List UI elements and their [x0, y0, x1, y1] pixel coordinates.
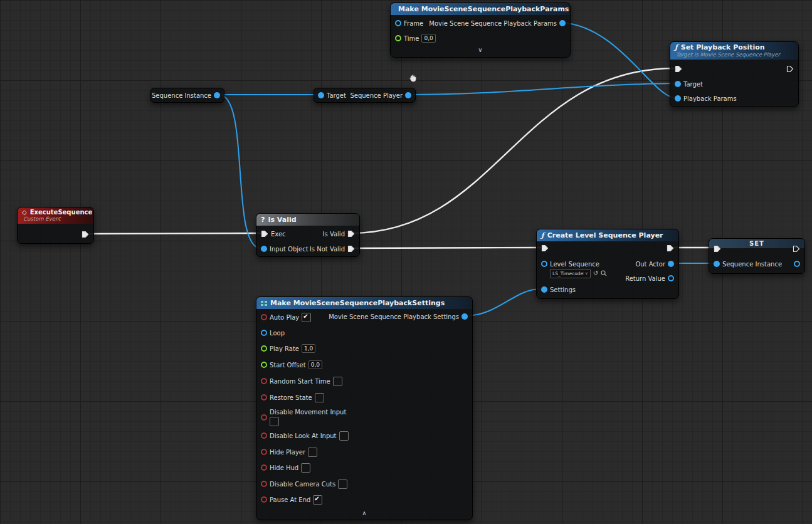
blueprint-canvas[interactable]: Make MovieSceneSequencePlaybackParams Fr… — [0, 0, 812, 524]
restore-state-checkbox[interactable] — [315, 393, 324, 402]
node-get-sequence-instance[interactable]: Sequence Instance — [150, 88, 224, 103]
node-make-playback-settings[interactable]: Make MovieSceneSequencePlaybackSettings … — [256, 296, 473, 520]
start-offset-input[interactable]: 0,0 — [308, 360, 322, 369]
hide-player-checkbox[interactable] — [308, 448, 317, 457]
wire-exec-event-to-isvalid[interactable] — [87, 233, 261, 234]
settings-pin[interactable] — [541, 286, 547, 293]
wire-exec-isnotvalid-to-createplayer[interactable] — [351, 248, 540, 248]
out-actor-label: Out Actor — [635, 261, 665, 268]
disable-look-at-input-pin[interactable] — [261, 432, 267, 439]
pause-at-end-label: Pause At End — [270, 496, 310, 503]
is-not-valid-exec-out-pin[interactable] — [347, 245, 355, 253]
node-header: ƒ Set Playback Position Target is Movie … — [670, 42, 798, 60]
node-get-sequence-player[interactable]: Target Sequence Player — [314, 88, 416, 103]
disable-camera-cuts-pin[interactable] — [261, 481, 267, 487]
node-execute-sequence-event[interactable]: ◇ ExecuteSequence Custom Event — [17, 207, 94, 244]
play-rate-pin[interactable] — [261, 345, 267, 352]
node-header: SET — [709, 239, 804, 248]
hide-player-label: Hide Player — [270, 449, 305, 456]
node-subtitle: Custom Event — [23, 216, 89, 222]
playback-params-label: Playback Params — [683, 95, 737, 102]
frame-pin[interactable] — [395, 20, 401, 26]
node-title: Set Playback Position — [681, 43, 765, 51]
play-rate-label: Play Rate — [270, 345, 299, 352]
time-label: Time — [404, 35, 419, 42]
pause-at-end-checkbox[interactable] — [313, 495, 322, 505]
cursor-grab-icon — [408, 73, 418, 83]
dropdown-chevron-icon: ∨ — [585, 271, 588, 276]
node-set-sequence-instance[interactable]: SET Sequence Instance — [709, 238, 805, 274]
node-header: Make MovieSceneSequencePlaybackSettings — [256, 297, 472, 309]
function-icon: ƒ — [541, 231, 544, 239]
node-create-level-sequence-player[interactable]: ƒ Create Level Sequence Player Level Seq… — [536, 229, 679, 299]
start-offset-pin[interactable] — [261, 362, 267, 368]
playback-params-out-pin[interactable] — [559, 20, 566, 26]
playback-params-out-label: Movie Scene Sequence Playback Params — [429, 20, 557, 27]
playback-settings-out-pin[interactable] — [461, 313, 468, 320]
target-label: Target — [683, 81, 703, 88]
exec-out-pin[interactable] — [786, 65, 794, 73]
node-title: Is Valid — [268, 216, 296, 224]
wire-settings-to-create[interactable] — [465, 289, 540, 316]
random-start-time-checkbox[interactable] — [333, 377, 342, 386]
loop-label: Loop — [270, 330, 285, 337]
exec-out-pin[interactable] — [82, 231, 89, 238]
sequence-player-out-pin[interactable] — [405, 92, 411, 98]
time-value-input[interactable]: 0,0 — [421, 34, 435, 43]
sequence-instance-in-pin[interactable] — [714, 261, 720, 267]
hide-hud-pin[interactable] — [261, 464, 267, 471]
use-selected-asset-icon[interactable]: ↺ — [593, 270, 598, 276]
collapse-chevron-icon[interactable]: ∧ — [256, 510, 472, 516]
disable-camera-cuts-checkbox[interactable] — [338, 479, 347, 489]
target-pin[interactable] — [675, 81, 681, 87]
level-sequence-asset-dropdown[interactable]: LS_TimecodePr ∨ — [550, 269, 591, 278]
random-start-time-label: Random Start Time — [270, 378, 330, 385]
hide-player-pin[interactable] — [261, 449, 267, 455]
return-value-pin[interactable] — [668, 275, 674, 281]
random-start-time-pin[interactable] — [261, 378, 267, 384]
time-pin[interactable] — [395, 35, 401, 41]
exec-in-pin[interactable] — [541, 244, 549, 252]
disable-camera-cuts-label: Disable Camera Cuts — [270, 481, 335, 488]
pause-at-end-pin[interactable] — [261, 496, 267, 503]
playback-params-pin[interactable] — [675, 95, 681, 102]
exec-in-pin[interactable] — [714, 245, 721, 253]
auto-play-checkbox[interactable] — [302, 313, 311, 322]
exec-in-pin[interactable] — [261, 230, 268, 238]
node-set-playback-position[interactable]: ƒ Set Playback Position Target is Movie … — [670, 41, 799, 107]
out-actor-pin[interactable] — [668, 261, 674, 267]
node-is-valid[interactable]: ? Is Valid Exec Is Valid Input Object Is… — [256, 213, 360, 257]
play-rate-input[interactable]: 1,0 — [302, 344, 315, 353]
node-make-playback-params[interactable]: Make MovieSceneSequencePlaybackParams Fr… — [390, 3, 571, 58]
input-object-pin[interactable] — [261, 246, 267, 252]
frame-label: Frame — [404, 20, 423, 27]
is-not-valid-label: Is Not Valid — [310, 246, 345, 253]
restore-state-pin[interactable] — [261, 394, 267, 401]
collapse-chevron-icon[interactable]: ∨ — [391, 47, 570, 53]
set-output-pin[interactable] — [794, 261, 800, 267]
wire-seqplayer-to-target[interactable] — [408, 83, 674, 95]
restore-state-label: Restore State — [270, 394, 312, 401]
node-title: Make MovieSceneSequencePlaybackParams — [398, 5, 569, 13]
hide-hud-checkbox[interactable] — [301, 463, 310, 473]
loop-pin[interactable] — [261, 330, 267, 336]
target-pin[interactable] — [318, 92, 324, 98]
is-valid-label: Is Valid — [323, 231, 345, 238]
exec-label: Exec — [271, 231, 286, 238]
exec-out-pin[interactable] — [793, 245, 800, 253]
exec-out-pin[interactable] — [667, 244, 674, 252]
level-sequence-pin[interactable] — [541, 261, 547, 267]
function-icon: ƒ — [675, 43, 678, 51]
is-valid-exec-out-pin[interactable] — [347, 230, 355, 238]
auto-play-pin[interactable] — [261, 314, 267, 320]
sequence-player-label: Sequence Player — [350, 92, 403, 99]
wire-seqinstance-to-inputobject[interactable] — [219, 95, 261, 248]
variable-label: Sequence Instance — [152, 92, 211, 99]
disable-movement-input-checkbox[interactable] — [270, 417, 279, 426]
disable-movement-input-pin[interactable] — [261, 414, 267, 421]
hide-hud-label: Hide Hud — [270, 464, 298, 471]
exec-in-pin[interactable] — [675, 65, 682, 73]
sequence-instance-out-pin[interactable] — [214, 92, 220, 98]
browse-asset-icon[interactable] — [601, 270, 607, 276]
disable-look-at-input-checkbox[interactable] — [339, 431, 349, 441]
